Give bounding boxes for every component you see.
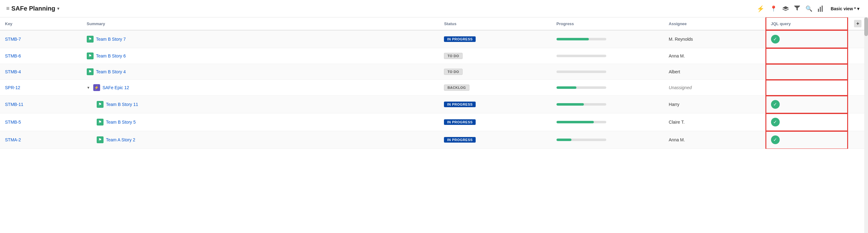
jql-check-icon: ✓ bbox=[771, 118, 780, 127]
cell-assignee: Albert bbox=[664, 64, 766, 80]
scrollbar-track[interactable] bbox=[864, 18, 868, 233]
lightning-icon[interactable]: ⚡ bbox=[757, 5, 765, 12]
cell-progress bbox=[552, 64, 664, 80]
story-icon: ⚑ bbox=[87, 68, 94, 75]
key-link[interactable]: STMB-6 bbox=[5, 54, 21, 58]
table-row: SPR-12▼⚡SAFe Epic 12BACKLOGUnassigned bbox=[0, 80, 868, 96]
cell-progress bbox=[552, 96, 664, 113]
cell-progress bbox=[552, 30, 664, 48]
progress-bar-fill bbox=[557, 87, 577, 89]
main-table: Key Summary Status Progress Assignee JQL… bbox=[0, 18, 868, 149]
status-badge: TO DO bbox=[444, 53, 462, 59]
story-icon: ⚑ bbox=[97, 101, 103, 108]
key-link[interactable]: STMB-5 bbox=[5, 120, 21, 125]
col-header-key: Key bbox=[0, 18, 82, 30]
col-header-jql: JQL query bbox=[766, 18, 848, 30]
cell-status: IN PROGRESS bbox=[439, 96, 551, 113]
summary-link[interactable]: Team B Story 6 bbox=[96, 54, 126, 58]
cell-progress bbox=[552, 131, 664, 149]
pin-icon[interactable]: 📍 bbox=[770, 5, 777, 12]
epic-icon: ⚡ bbox=[93, 84, 100, 91]
cell-jql: ✓ bbox=[766, 131, 848, 149]
cell-assignee: Harry bbox=[664, 96, 766, 113]
menu-lines-icon: ≡ bbox=[6, 5, 10, 12]
table-row: STMB-11⚑Team B Story 11IN PROGRESSHarry✓ bbox=[0, 96, 868, 113]
cell-status: TO DO bbox=[439, 48, 551, 64]
summary-link[interactable]: Team B Story 5 bbox=[106, 120, 136, 125]
cell-status: IN PROGRESS bbox=[439, 30, 551, 48]
cell-summary: ⚑Team B Story 5 bbox=[82, 113, 439, 131]
progress-bar-container bbox=[557, 103, 606, 106]
progress-bar-fill bbox=[557, 139, 571, 141]
cell-summary: ⚑Team B Story 11 bbox=[82, 96, 439, 113]
app-title: ≡ SAFe Planning ▾ bbox=[6, 5, 59, 12]
scrollbar-thumb[interactable] bbox=[864, 18, 868, 36]
summary-link[interactable]: Team A Story 2 bbox=[106, 137, 135, 142]
jql-check-icon: ✓ bbox=[771, 135, 780, 144]
title-text: SAFe Planning bbox=[11, 5, 55, 12]
cell-summary: ⚑Team A Story 2 bbox=[82, 131, 439, 149]
cell-key: STMB-4 bbox=[0, 64, 82, 80]
cell-assignee: Unassigned bbox=[664, 80, 766, 96]
table-row: STMB-6⚑Team B Story 6TO DOAnna M. bbox=[0, 48, 868, 64]
cell-jql bbox=[766, 64, 848, 80]
search-icon[interactable]: 🔍 bbox=[806, 5, 812, 12]
table-row: STMB-5⚑Team B Story 5IN PROGRESSClaire T… bbox=[0, 113, 868, 131]
cell-assignee: Claire T. bbox=[664, 113, 766, 131]
cell-jql: ✓ bbox=[766, 96, 848, 113]
key-link[interactable]: STMB-11 bbox=[5, 102, 23, 107]
key-link[interactable]: STMB-4 bbox=[5, 69, 21, 74]
columns-icon[interactable] bbox=[818, 6, 823, 12]
cell-summary: ⚑Team B Story 6 bbox=[82, 48, 439, 64]
table-row: STMA-2⚑Team A Story 2IN PROGRESSAnna M.✓ bbox=[0, 131, 868, 149]
progress-bar-fill bbox=[557, 38, 589, 40]
view-chevron-icon: ▾ bbox=[857, 6, 859, 11]
cell-progress bbox=[552, 48, 664, 64]
progress-bar-container bbox=[557, 87, 606, 89]
progress-bar-container bbox=[557, 55, 606, 57]
expand-chevron-icon[interactable]: ▼ bbox=[87, 86, 90, 90]
col-header-assignee: Assignee bbox=[664, 18, 766, 30]
cell-status: TO DO bbox=[439, 64, 551, 80]
col-header-progress: Progress bbox=[552, 18, 664, 30]
jql-check-icon: ✓ bbox=[771, 100, 780, 109]
progress-bar-fill bbox=[557, 121, 594, 123]
story-icon: ⚑ bbox=[97, 136, 103, 143]
cell-key: SPR-12 bbox=[0, 80, 82, 96]
layers-icon[interactable] bbox=[782, 6, 789, 11]
cell-key: STMB-7 bbox=[0, 30, 82, 48]
table-header-row: Key Summary Status Progress Assignee JQL… bbox=[0, 18, 868, 30]
title-chevron-icon[interactable]: ▾ bbox=[57, 6, 59, 11]
cell-key: STMB-5 bbox=[0, 113, 82, 131]
cell-key: STMB-11 bbox=[0, 96, 82, 113]
cell-status: IN PROGRESS bbox=[439, 113, 551, 131]
key-link[interactable]: STMA-2 bbox=[5, 137, 21, 142]
view-asterisk: * bbox=[854, 6, 856, 11]
view-button[interactable]: Basic view* ▾ bbox=[828, 5, 862, 12]
key-link[interactable]: SPR-12 bbox=[5, 85, 20, 90]
status-badge: IN PROGRESS bbox=[444, 119, 476, 125]
status-badge: IN PROGRESS bbox=[444, 102, 476, 107]
cell-progress bbox=[552, 80, 664, 96]
status-badge: IN PROGRESS bbox=[444, 36, 476, 42]
view-label: Basic view bbox=[831, 6, 853, 11]
cell-key: STMB-6 bbox=[0, 48, 82, 64]
story-icon: ⚑ bbox=[87, 53, 94, 59]
story-icon: ⚑ bbox=[87, 36, 94, 42]
summary-link[interactable]: Team B Story 11 bbox=[106, 102, 138, 107]
cell-progress bbox=[552, 113, 664, 131]
key-link[interactable]: STMB-7 bbox=[5, 37, 21, 42]
col-header-summary: Summary bbox=[82, 18, 439, 30]
cell-summary: ⚑Team B Story 7 bbox=[82, 30, 439, 48]
summary-link[interactable]: SAFe Epic 12 bbox=[102, 85, 129, 90]
progress-bar-container bbox=[557, 121, 606, 123]
table-row: STMB-4⚑Team B Story 4TO DOAlbert bbox=[0, 64, 868, 80]
summary-link[interactable]: Team B Story 7 bbox=[96, 37, 126, 42]
summary-link[interactable]: Team B Story 4 bbox=[96, 69, 126, 74]
header: ≡ SAFe Planning ▾ ⚡ 📍 🔍 bbox=[0, 0, 868, 18]
cell-status: BACKLOG bbox=[439, 80, 551, 96]
filter-icon[interactable] bbox=[794, 6, 800, 11]
progress-bar-container bbox=[557, 38, 606, 40]
cell-key: STMA-2 bbox=[0, 131, 82, 149]
story-icon: ⚑ bbox=[97, 119, 103, 126]
